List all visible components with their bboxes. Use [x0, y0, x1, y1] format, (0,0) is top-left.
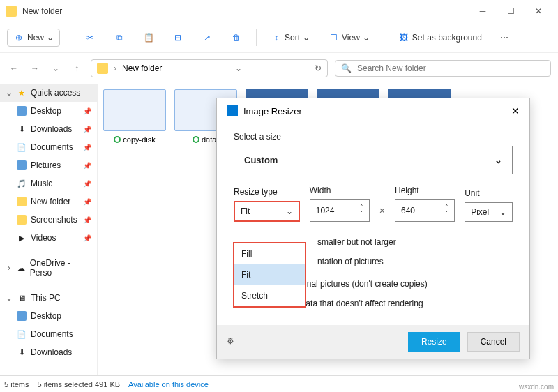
partial-text-orientation: ntation of pictures	[317, 257, 513, 266]
status-bar: 5 items 5 items selected 491 KB Availabl…	[0, 375, 558, 392]
chevron-right-icon: ›	[114, 63, 116, 73]
view-label: View	[342, 33, 360, 43]
sidebar: ⌄ ★ Quick access Desktop📌 ⬇Downloads📌 📄D…	[0, 84, 98, 375]
sidebar-item-quick-access[interactable]: ⌄ ★ Quick access	[0, 84, 97, 102]
button-bar: Resize Cancel	[408, 332, 520, 352]
width-label: Width	[310, 186, 370, 195]
plus-icon: ⊕	[13, 32, 24, 43]
sidebar-item-videos[interactable]: ▶Videos📌	[0, 229, 97, 247]
up-button[interactable]: ↑	[70, 63, 84, 73]
unit-value: Pixel	[471, 207, 499, 217]
rename-button[interactable]: ⊟	[168, 29, 188, 46]
sidebar-item-pc-documents[interactable]: 📄Documents	[0, 325, 97, 343]
unit-label: Unit	[465, 188, 513, 198]
sidebar-item-new-folder[interactable]: New folder📌	[0, 193, 97, 211]
separator	[70, 29, 70, 46]
copy-icon: ⧉	[114, 32, 125, 43]
sidebar-item-pictures[interactable]: Pictures📌	[0, 156, 97, 174]
refresh-button[interactable]: ↻	[315, 63, 322, 73]
folder-icon	[97, 63, 108, 74]
settings-button[interactable]: ⚙	[227, 336, 238, 347]
resize-type-value: Fit	[241, 206, 286, 216]
partial-text-smaller: smaller but not larger	[317, 237, 513, 247]
download-icon: ⬇	[17, 124, 27, 134]
resize-type-select[interactable]: Fit ⌄	[234, 201, 300, 222]
unit-select[interactable]: Pixel ⌄	[465, 202, 513, 222]
sidebar-label: Screenshots	[31, 215, 77, 225]
nav-row: ← → ⌄ ↑ › New folder ⌄ ↻ 🔍	[0, 53, 558, 84]
app-icon	[227, 105, 238, 116]
pc-icon: 🖥	[17, 293, 27, 303]
sort-button[interactable]: ↕ Sort ⌄	[266, 29, 314, 46]
copy-button[interactable]: ⧉	[110, 29, 129, 46]
maximize-button[interactable]: ☐	[497, 1, 525, 21]
paste-button[interactable]: 📋	[139, 29, 158, 46]
chevron-down-icon[interactable]: ⌄	[49, 63, 63, 73]
resize-button[interactable]: Resize	[408, 332, 460, 352]
sidebar-item-documents[interactable]: 📄Documents📌	[0, 138, 97, 156]
share-icon: ↗	[202, 32, 213, 43]
sidebar-item-downloads[interactable]: ⬇Downloads📌	[0, 120, 97, 138]
titlebar: New folder ─ ☐ ✕	[0, 0, 558, 22]
background-icon: 🖼	[398, 32, 409, 43]
dropdown-option-fit[interactable]: Fit	[234, 264, 305, 285]
cancel-button[interactable]: Cancel	[467, 332, 520, 352]
document-icon: 📄	[17, 142, 27, 152]
sidebar-item-music[interactable]: 🎵Music📌	[0, 174, 97, 193]
pin-icon: 📌	[83, 198, 91, 206]
back-button[interactable]: ←	[7, 63, 21, 73]
sidebar-item-pc-downloads[interactable]: ⬇Downloads	[0, 343, 97, 361]
size-select[interactable]: Custom ⌄	[234, 146, 513, 174]
close-button[interactable]: ✕	[525, 1, 552, 21]
paste-icon: 📋	[143, 32, 154, 43]
times-icon: ×	[379, 205, 385, 216]
stepper-icon[interactable]: ˄˅	[445, 204, 448, 217]
thumbnail	[103, 89, 166, 131]
more-button[interactable]: ⋯	[496, 30, 513, 45]
view-button[interactable]: ☐ View ⌄	[324, 29, 374, 46]
status-icon	[114, 136, 121, 143]
chevron-down-icon: ⌄	[303, 33, 310, 43]
search-box[interactable]: 🔍	[335, 60, 551, 77]
toolbar: ⊕ New ⌄ ✂ ⧉ 📋 ⊟ ↗ 🗑 ↕ Sort ⌄ ☐ View ⌄ 🖼 …	[0, 22, 558, 53]
sidebar-item-desktop[interactable]: Desktop📌	[0, 102, 97, 120]
dropdown-option-stretch[interactable]: Stretch	[234, 285, 305, 306]
sidebar-item-this-pc[interactable]: ⌄🖥This PC	[0, 289, 97, 307]
dimensions-row: Resize type Fit ⌄ Width 1024 ˄˅ × Height…	[234, 186, 513, 222]
height-input[interactable]: 640 ˄˅	[395, 199, 455, 222]
chevron-down-icon[interactable]: ⌄	[235, 63, 242, 73]
pin-icon: 📌	[83, 126, 91, 133]
sidebar-label: New folder	[31, 197, 70, 206]
minimize-button[interactable]: ─	[469, 1, 497, 21]
dialog-title: Image Resizer	[243, 106, 506, 116]
chevron-down-icon: ⌄	[495, 155, 502, 165]
stepper-icon[interactable]: ˄˅	[360, 204, 363, 217]
sidebar-item-screenshots[interactable]: Screenshots📌	[0, 211, 97, 229]
dialog-titlebar: Image Resizer ✕	[217, 98, 529, 123]
status-selected: 5 items selected 491 KB	[37, 380, 120, 389]
set-background-button[interactable]: 🖼 Set as background	[394, 29, 486, 46]
share-button[interactable]: ↗	[197, 29, 217, 46]
star-icon: ★	[17, 88, 27, 98]
file-item[interactable]: copy-disk	[103, 89, 166, 144]
search-icon: 🔍	[341, 63, 352, 73]
cut-button[interactable]: ✂	[80, 29, 100, 46]
width-input[interactable]: 1024 ˄˅	[310, 199, 370, 222]
sidebar-item-onedrive[interactable]: ›☁OneDrive - Perso	[0, 254, 97, 282]
dialog-close-button[interactable]: ✕	[511, 105, 520, 116]
sort-label: Sort	[285, 33, 300, 43]
new-button[interactable]: ⊕ New ⌄	[7, 29, 60, 47]
sidebar-item-pc-desktop[interactable]: Desktop	[0, 307, 97, 325]
sidebar-label: Downloads	[31, 124, 72, 134]
address-bar[interactable]: › New folder ⌄ ↻	[91, 59, 328, 77]
search-input[interactable]	[357, 63, 545, 73]
set-bg-label: Set as background	[412, 33, 482, 43]
delete-button[interactable]: 🗑	[227, 29, 246, 46]
chevron-down-icon: ⌄	[47, 33, 54, 43]
sidebar-label: Pictures	[31, 160, 61, 170]
width-value: 1024	[316, 206, 360, 216]
resize-type-label: Resize type	[234, 187, 300, 197]
sidebar-label: Desktop	[31, 311, 61, 321]
dropdown-option-fill[interactable]: Fill	[234, 243, 305, 264]
forward-button[interactable]: →	[28, 63, 42, 73]
